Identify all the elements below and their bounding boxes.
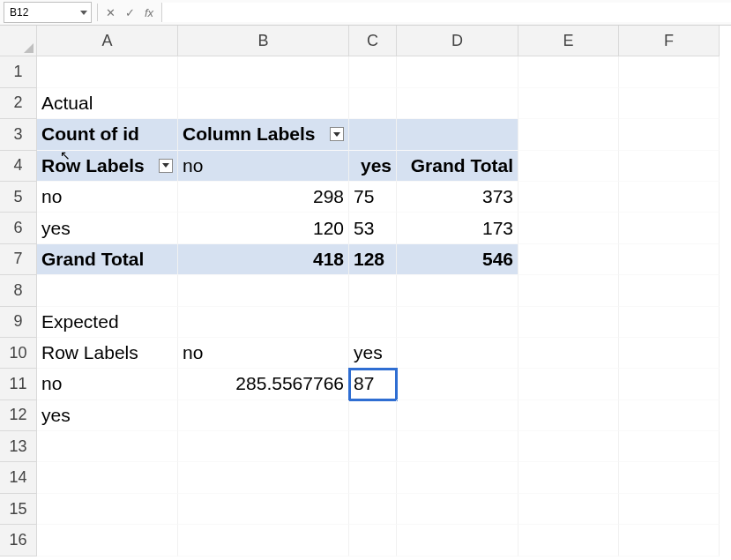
cell-F9[interactable] <box>619 307 720 338</box>
cell-B8[interactable] <box>178 275 349 306</box>
cell-E9[interactable] <box>518 307 619 338</box>
cell-A2[interactable]: Actual <box>37 88 178 119</box>
cell-B14[interactable] <box>178 462 349 493</box>
cell-E15[interactable] <box>518 494 619 525</box>
cell-D2[interactable] <box>397 88 518 119</box>
cell-F7[interactable] <box>619 244 720 275</box>
cell-A1[interactable] <box>37 56 178 87</box>
cell-F16[interactable] <box>619 525 720 556</box>
cell-A7[interactable]: Grand Total <box>37 244 178 275</box>
cell-A11[interactable]: no <box>37 369 178 399</box>
cell-C15[interactable] <box>349 494 397 525</box>
cell-A12[interactable]: yes <box>37 400 178 431</box>
cell-E5[interactable] <box>518 182 619 213</box>
cell-C4[interactable]: yes <box>349 151 397 182</box>
cell-E2[interactable] <box>518 88 619 119</box>
cell-D11[interactable] <box>397 369 518 399</box>
cell-D6[interactable]: 173 <box>397 213 518 243</box>
cell-D3[interactable] <box>397 119 518 150</box>
cell-C1[interactable] <box>349 56 397 87</box>
cell-E13[interactable] <box>518 431 619 462</box>
cell-D8[interactable] <box>397 275 518 306</box>
cell-B5[interactable]: 298 <box>178 182 349 213</box>
row-9[interactable]: 9 <box>0 307 37 338</box>
cell-F12[interactable] <box>619 400 720 431</box>
cell-F3[interactable] <box>619 119 720 150</box>
select-all-corner[interactable] <box>0 26 37 56</box>
col-D[interactable]: D <box>397 26 518 56</box>
cell-F15[interactable] <box>619 494 720 525</box>
col-F[interactable]: F <box>619 26 720 56</box>
row-16[interactable]: 16 <box>0 525 37 556</box>
cancel-icon[interactable]: ✕ <box>103 5 117 19</box>
row-14[interactable]: 14 <box>0 462 37 493</box>
row-1[interactable]: 1 <box>0 56 37 87</box>
cell-D12[interactable] <box>397 400 518 431</box>
row-7[interactable]: 7 <box>0 244 37 275</box>
cell-F14[interactable] <box>619 462 720 493</box>
row-3[interactable]: 3 <box>0 119 37 150</box>
cell-B9[interactable] <box>178 307 349 338</box>
row-2[interactable]: 2 <box>0 88 37 119</box>
formula-input[interactable] <box>161 3 731 22</box>
cell-E3[interactable] <box>518 119 619 150</box>
cell-C11[interactable]: 87 <box>349 369 397 399</box>
cell-B15[interactable] <box>178 494 349 525</box>
row-6[interactable]: 6 <box>0 213 37 243</box>
cell-C14[interactable] <box>349 462 397 493</box>
cell-B4[interactable]: no <box>178 151 349 182</box>
cell-D15[interactable] <box>397 494 518 525</box>
cell-F8[interactable] <box>619 275 720 306</box>
cell-F6[interactable] <box>619 213 720 243</box>
cell-E11[interactable] <box>518 369 619 399</box>
col-C[interactable]: C <box>349 26 397 56</box>
row-4[interactable]: 4 <box>0 151 37 182</box>
cell-C7[interactable]: 128 <box>349 244 397 275</box>
cell-C10[interactable]: yes <box>349 338 397 369</box>
cell-B11[interactable]: 285.5567766 <box>178 369 349 399</box>
cell-B12[interactable] <box>178 400 349 431</box>
cell-F5[interactable] <box>619 182 720 213</box>
row-8[interactable]: 8 <box>0 275 37 306</box>
cell-B7[interactable]: 418 <box>178 244 349 275</box>
row-13[interactable]: 13 <box>0 431 37 462</box>
column-labels-filter-icon[interactable] <box>330 127 344 141</box>
cell-B6[interactable]: 120 <box>178 213 349 243</box>
cell-E4[interactable] <box>518 151 619 182</box>
enter-icon[interactable]: ✓ <box>123 5 137 19</box>
cell-B10[interactable]: no <box>178 338 349 369</box>
row-15[interactable]: 15 <box>0 494 37 525</box>
cell-A15[interactable] <box>37 494 178 525</box>
cell-C5[interactable]: 75 <box>349 182 397 213</box>
cell-D13[interactable] <box>397 431 518 462</box>
cell-E6[interactable] <box>518 213 619 243</box>
row-5[interactable]: 5 <box>0 182 37 213</box>
cell-E12[interactable] <box>518 400 619 431</box>
cell-A4[interactable]: Row Labels <box>37 151 178 182</box>
cell-A3[interactable]: Count of id <box>37 119 178 150</box>
cell-E16[interactable] <box>518 525 619 556</box>
cell-A13[interactable] <box>37 431 178 462</box>
cell-A6[interactable]: yes <box>37 213 178 243</box>
row-10[interactable]: 10 <box>0 338 37 369</box>
cell-F10[interactable] <box>619 338 720 369</box>
cell-C2[interactable] <box>349 88 397 119</box>
row-11[interactable]: 11 <box>0 369 37 399</box>
cell-C9[interactable] <box>349 307 397 338</box>
cell-D4[interactable]: Grand Total <box>397 151 518 182</box>
cell-A14[interactable] <box>37 462 178 493</box>
cell-D10[interactable] <box>397 338 518 369</box>
cell-C3[interactable] <box>349 119 397 150</box>
cell-A8[interactable] <box>37 275 178 306</box>
cell-D9[interactable] <box>397 307 518 338</box>
cell-D1[interactable] <box>397 56 518 87</box>
cell-E14[interactable] <box>518 462 619 493</box>
cell-E10[interactable] <box>518 338 619 369</box>
cell-B16[interactable] <box>178 525 349 556</box>
cell-C8[interactable] <box>349 275 397 306</box>
cell-E7[interactable] <box>518 244 619 275</box>
cell-C6[interactable]: 53 <box>349 213 397 243</box>
cell-B2[interactable] <box>178 88 349 119</box>
cell-A16[interactable] <box>37 525 178 556</box>
cell-A9[interactable]: Expected <box>37 307 178 338</box>
